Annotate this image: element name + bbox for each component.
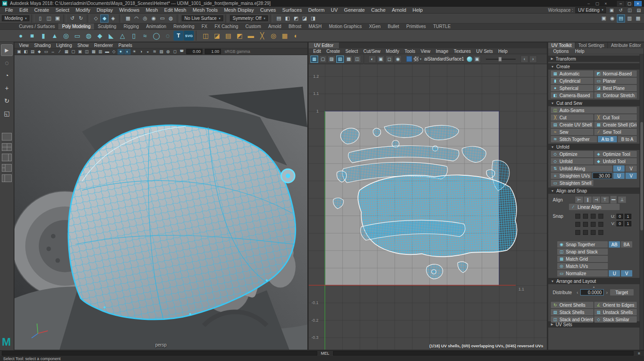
snap-anchor-checkbox[interactable] <box>598 214 603 219</box>
uv-tile-outline-icon[interactable]: ▢ <box>319 56 327 63</box>
slider-thumb[interactable] <box>498 57 502 61</box>
cylindrical-button[interactable]: ▮Cylindrical <box>551 78 593 84</box>
menu-mesh-display[interactable]: Mesh Display <box>221 7 257 13</box>
snap-u-min-field[interactable]: 0 <box>616 214 623 219</box>
menu-set-dropdown[interactable]: Modeling ▾ <box>2 15 29 21</box>
humanik-icon[interactable]: ◉ <box>608 14 616 23</box>
workspace-panel-icon[interactable]: ▤ <box>635 7 642 13</box>
section-align-and-snap[interactable]: ▼ Align and Snap <box>548 188 639 194</box>
menu-deform[interactable]: Deform <box>305 7 328 13</box>
section-transform[interactable]: ▶ Transform <box>548 56 639 62</box>
uv-menu-uv-sets[interactable]: UV Sets <box>474 49 496 54</box>
make-live-icon[interactable]: ◍ <box>167 14 175 23</box>
snap-point-icon[interactable]: ◎ <box>141 14 149 23</box>
align-min-u-button[interactable]: ⊢ <box>575 197 583 203</box>
menu-curves[interactable]: Curves <box>257 7 279 13</box>
snap-v-min-field[interactable]: 0 <box>616 221 623 226</box>
bridge-icon[interactable]: ▬ <box>245 30 256 41</box>
wireframe-mode-icon[interactable]: ◇ <box>111 49 117 55</box>
cut-tool-button[interactable]: ╳Cut Tool <box>594 114 637 121</box>
tool-settings-icon[interactable]: ▥ <box>625 14 634 23</box>
scrollbar-thumb[interactable] <box>640 122 643 230</box>
menu-arnold[interactable]: Arnold <box>389 7 409 13</box>
textured-mode-icon[interactable]: ◐ <box>124 49 131 55</box>
render-current-frame-icon[interactable]: ◩ <box>292 14 300 23</box>
shelf-tab-custom[interactable]: Custom <box>242 23 264 29</box>
three-pane-layout-button[interactable] <box>2 164 12 172</box>
snap-v-max-field[interactable]: 1 <box>625 221 631 226</box>
checker-tiles-icon[interactable]: ▨ <box>328 56 335 63</box>
quad-draw-icon[interactable]: ▦ <box>279 30 290 41</box>
workspace-dropdown[interactable]: UV Editing ▾ <box>575 7 606 13</box>
uv-menu-modify[interactable]: Modify <box>383 49 402 54</box>
shadows-icon[interactable]: ◑ <box>138 49 144 55</box>
shelf-tab-animation[interactable]: Animation <box>142 23 169 29</box>
status-separator[interactable] <box>119 14 122 23</box>
viewport-menu-show[interactable]: Show <box>75 43 91 48</box>
snap-anchor-checkbox[interactable] <box>583 230 588 235</box>
uv-menu-create[interactable]: Create <box>324 49 343 54</box>
grid-icon[interactable]: ▦ <box>63 49 70 55</box>
cube-primitive-icon[interactable]: ■ <box>27 30 38 41</box>
shelf-tab-poly-modeling[interactable]: Poly Modeling <box>58 23 94 29</box>
isolate-select-icon[interactable]: ◻ <box>172 49 178 55</box>
linear-align-button[interactable]: ∕Linear Align <box>569 204 620 210</box>
menu-mesh[interactable]: Mesh <box>142 7 161 13</box>
channel-box-icon[interactable]: ▦ <box>634 14 642 23</box>
uv-distortion-icon[interactable]: ▧ <box>336 56 344 63</box>
pyramid-primitive-icon[interactable]: ◣ <box>106 30 117 41</box>
normal-based-button[interactable]: ◩Normal-Based <box>594 70 637 77</box>
close-button[interactable]: × <box>634 1 642 6</box>
create-uv-shell-button[interactable]: ▤Create UV Shell <box>551 122 593 128</box>
toolkit-menu-options[interactable]: Options <box>551 49 571 54</box>
snap-anchor-checkbox[interactable] <box>575 214 580 219</box>
texture-borders-icon[interactable]: ◫ <box>353 56 361 63</box>
select-camera-icon[interactable]: ▣ <box>16 49 22 55</box>
safe-title-icon[interactable]: ▬ <box>104 49 110 55</box>
snap-grid-icon[interactable]: ▦ <box>124 14 132 23</box>
target-weld-icon[interactable]: ◎ <box>268 30 279 41</box>
panel-minimize-button[interactable]: – <box>585 1 592 6</box>
shelf-tab-primitives[interactable]: Primitives <box>403 23 429 29</box>
new-scene-icon[interactable]: ▯ <box>36 14 44 23</box>
shelf-tab-sculpting[interactable]: Sculpting <box>94 23 120 29</box>
arrange-expand-control[interactable]: ▲ <box>548 284 639 288</box>
status-separator[interactable] <box>225 14 228 23</box>
cut-button[interactable]: ╳Cut <box>551 114 593 121</box>
best-plane-button[interactable]: ◪Best Plane <box>594 85 637 91</box>
shelf-tab-arnold[interactable]: Arnold <box>264 23 285 29</box>
spinner-increment-icon[interactable]: › <box>605 290 609 295</box>
command-result-field[interactable] <box>333 351 634 356</box>
dim-image-slider[interactable] <box>486 59 516 60</box>
superellipse-primitive-icon[interactable]: ◌ <box>162 30 173 41</box>
shelf-tab-curves-surfaces[interactable]: Curves / Surfaces <box>15 23 58 29</box>
attribute-editor-icon[interactable]: ▤ <box>617 14 625 23</box>
lasso-tool-icon[interactable]: ◌ <box>1 57 13 69</box>
viewport-menu-renderer[interactable]: Renderer <box>91 43 116 48</box>
section-unfold[interactable]: ▼ Unfold <box>548 144 639 150</box>
menu-file[interactable]: File <box>2 7 16 13</box>
workspace-save-icon[interactable]: ▣ <box>608 7 615 13</box>
normalize-button[interactable]: ▭Normalize <box>557 270 608 277</box>
extrude-icon[interactable]: ▤ <box>223 30 234 41</box>
shaded-mode-icon[interactable]: ● <box>118 49 124 55</box>
menu-help[interactable]: Help <box>409 7 426 13</box>
pixel-snap-icon[interactable]: ◉ <box>394 56 402 63</box>
viewport-menu-shading[interactable]: Shading <box>32 43 54 48</box>
viewport-canvas[interactable] <box>14 55 307 350</box>
uv-menu-view[interactable]: View <box>418 49 433 54</box>
align-max-u-button[interactable]: ⊣ <box>592 197 600 203</box>
tab-attribute-editor[interactable]: Attribute Editor <box>608 42 644 48</box>
snap-view-plane-icon[interactable]: ▭ <box>158 14 166 23</box>
snap-anchor-checkbox[interactable] <box>591 214 596 219</box>
ambient-occlusion-icon[interactable]: ◒ <box>145 49 151 55</box>
script-editor-icon[interactable]: ≡ <box>636 351 642 356</box>
mirror-icon[interactable]: ◐ <box>291 30 301 41</box>
bevel-icon[interactable]: ◩ <box>234 30 245 41</box>
select-object-icon[interactable]: ◆ <box>100 14 108 23</box>
menu-uv[interactable]: UV <box>328 7 341 13</box>
menu-mesh-tools[interactable]: Mesh Tools <box>189 7 221 13</box>
material-name[interactable]: aiStandardSurface1 <box>424 56 464 61</box>
rotate-tool-icon[interactable]: ↻ <box>1 95 13 107</box>
viewport-menu-view[interactable]: View <box>16 43 32 48</box>
